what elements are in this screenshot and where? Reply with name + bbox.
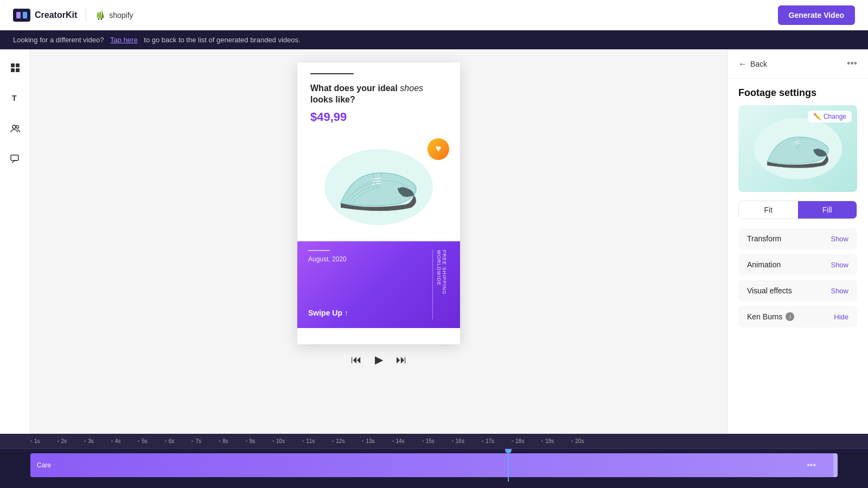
sidebar-add-icon[interactable] — [5, 58, 25, 78]
header-divider — [86, 9, 86, 22]
back-label: Back — [750, 60, 767, 68]
svg-rect-10 — [11, 155, 18, 160]
svg-rect-6 — [16, 68, 20, 72]
timeline-ticks: 1s 2s 3s 4s 5s 6s 7s 8s 9s 10s 11s 12s 1… — [30, 438, 838, 444]
title-plain: What does your ideal — [310, 84, 400, 93]
track-options-button[interactable]: ••• — [807, 460, 816, 470]
shoe-container: ♥ — [297, 133, 460, 241]
tick-17s: 17s — [482, 438, 494, 444]
back-arrow-icon: ← — [738, 59, 747, 69]
phone-title: What does your ideal shoes looks like? — [310, 83, 447, 106]
info-banner: Looking for a different video? Tap here … — [0, 30, 868, 49]
logo: CreatorKit — [13, 9, 77, 22]
tick-11s: 11s — [302, 438, 315, 444]
playhead[interactable] — [508, 449, 509, 481]
visual-effects-show-link[interactable]: Show — [831, 287, 848, 295]
svg-point-9 — [16, 126, 18, 129]
svg-rect-2 — [23, 12, 27, 18]
transform-show-link[interactable]: Show — [831, 235, 848, 243]
change-image-button[interactable]: ✏️ Change — [808, 111, 852, 123]
skip-forward-button[interactable]: ⏭ — [396, 354, 407, 366]
playback-controls: ⏮ ▶ ⏭ — [351, 353, 407, 366]
phone-bottom: August, 2020 FREE SHIPPING WORLDWIDE Swi… — [297, 241, 460, 328]
ken-burns-section: Ken Burns i Hide — [738, 306, 857, 328]
svg-rect-5 — [11, 68, 15, 72]
sidebar-people-icon[interactable] — [5, 119, 25, 138]
tick-6s: 6s — [165, 438, 175, 444]
phone-price: $49,99 — [310, 110, 447, 124]
main-layout: T What does your ideal shoes — [0, 49, 868, 485]
fill-button[interactable]: Fill — [798, 201, 857, 219]
tick-10s: 10s — [272, 438, 285, 444]
play-button[interactable]: ▶ — [375, 353, 383, 366]
panel-header: ← Back ••• — [727, 49, 868, 79]
tick-19s: 19s — [541, 438, 554, 444]
footage-shoe-preview — [749, 113, 847, 184]
right-panel: ← Back ••• Footage settings ✏️ Change — [727, 49, 868, 485]
tick-5s: 5s — [138, 438, 148, 444]
tick-1s: 1s — [30, 438, 40, 444]
timeline-track[interactable]: Care ••• — [30, 453, 838, 477]
tick-14s: 14s — [392, 438, 405, 444]
swipe-up-text: Swipe Up ↑ — [308, 309, 348, 317]
tick-2s: 2s — [58, 438, 67, 444]
visual-effects-section: Visual effects Show — [738, 280, 857, 301]
heart-badge: ♥ — [427, 138, 449, 160]
back-button[interactable]: ← Back — [738, 59, 767, 69]
tick-3s: 3s — [84, 438, 94, 444]
fit-button[interactable]: Fit — [739, 201, 798, 219]
generate-video-button[interactable]: Generate Video — [778, 5, 855, 25]
tick-13s: 13s — [362, 438, 374, 444]
more-options-button[interactable]: ••• — [847, 58, 857, 69]
change-label: Change — [824, 113, 846, 120]
phone-top-line — [310, 73, 354, 74]
tick-7s: 7s — [192, 438, 201, 444]
edit-icon: ✏️ — [813, 113, 821, 120]
timeline-area: 1s 2s 3s 4s 5s 6s 7s 8s 9s 10s 11s 12s 1… — [0, 434, 868, 488]
sidebar-chat-icon[interactable] — [5, 149, 25, 169]
panel-title: Footage settings — [727, 79, 868, 105]
shopify-text: shopify — [109, 11, 133, 20]
logo-text: CreatorKit — [35, 10, 77, 20]
bottom-line — [308, 250, 330, 251]
svg-rect-0 — [13, 9, 30, 22]
tick-12s: 12s — [332, 438, 344, 444]
tick-20s: 20s — [571, 438, 584, 444]
canvas-area: What does your ideal shoes looks like? $… — [30, 49, 727, 485]
ken-burns-row: Ken Burns i — [747, 312, 794, 321]
animation-section: Animation Show — [738, 254, 857, 275]
animation-show-link[interactable]: Show — [831, 261, 848, 269]
animation-label: Animation — [747, 260, 781, 269]
tick-18s: 18s — [512, 438, 524, 444]
title-suffix: looks like? — [310, 95, 355, 104]
fit-fill-toggle: Fit Fill — [738, 201, 857, 219]
transform-section: Transform Show — [738, 228, 857, 249]
vertical-text: FREE SHIPPING WORLDWIDE — [432, 250, 447, 319]
timeline-track-area[interactable]: Care ••• — [0, 449, 868, 481]
track-label: Care — [37, 461, 51, 469]
phone-top: What does your ideal shoes looks like? $… — [297, 62, 460, 133]
transform-label: Transform — [747, 234, 781, 243]
shopify-logo: shopify — [95, 10, 133, 21]
banner-link[interactable]: Tap here — [110, 36, 138, 44]
left-sidebar: T — [0, 49, 30, 485]
banner-prefix: Looking for a different video? — [13, 36, 104, 44]
phone-preview: What does your ideal shoes looks like? $… — [297, 62, 460, 344]
sidebar-text-icon[interactable]: T — [5, 88, 25, 108]
banner-suffix: to go back to the list of generated bran… — [144, 36, 300, 44]
ken-burns-label: Ken Burns — [747, 312, 782, 321]
date-text: August, 2020 — [308, 255, 449, 263]
track-resize-handle[interactable] — [833, 453, 838, 477]
creatorkit-logo-icon — [13, 9, 30, 22]
visual-effects-label: Visual effects — [747, 286, 792, 295]
footage-image: ✏️ Change — [738, 105, 857, 192]
shopify-icon — [95, 10, 106, 21]
app-header: CreatorKit shopify Generate Video — [0, 0, 868, 30]
tick-4s: 4s — [111, 438, 121, 444]
ken-burns-hide-link[interactable]: Hide — [834, 313, 848, 321]
skip-back-button[interactable]: ⏮ — [351, 354, 362, 366]
shoe-illustration — [319, 144, 438, 230]
tick-8s: 8s — [219, 438, 228, 444]
tick-15s: 15s — [422, 438, 435, 444]
ken-burns-info-icon[interactable]: i — [786, 312, 794, 321]
